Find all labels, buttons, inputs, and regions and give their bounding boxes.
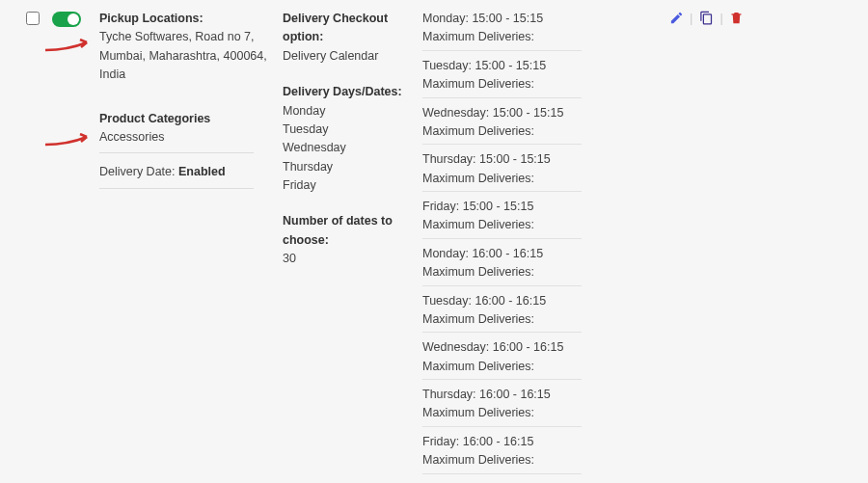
row-select-cell xyxy=(26,10,47,28)
pickup-locations-value: Tyche Softwares, Road no 7, Mumbai, Maha… xyxy=(99,28,283,84)
delivery-date-value: Enabled xyxy=(178,165,226,178)
max-deliveries-line: Maximum Deliveries: xyxy=(422,122,659,141)
delete-button[interactable] xyxy=(729,10,745,25)
timeslot-line: Thursday: 15:00 - 15:15 xyxy=(422,150,659,169)
row-actions: | | xyxy=(668,10,745,25)
max-deliveries-line: Maximum Deliveries: xyxy=(422,28,659,46)
divider xyxy=(422,426,582,427)
divider xyxy=(422,379,582,380)
column-pickup: Pickup Locations: Tyche Softwares, Road … xyxy=(99,10,283,199)
divider xyxy=(422,97,582,98)
divider xyxy=(422,285,582,286)
settings-row: Pickup Locations: Tyche Softwares, Road … xyxy=(0,0,868,483)
column-timeslots: Monday: 15:00 - 15:15Maximum Deliveries:… xyxy=(422,10,659,483)
arrow-annotation-icon xyxy=(43,39,96,52)
delivery-days-list: MondayTuesdayWednesdayThursdayFriday xyxy=(283,102,422,196)
max-deliveries-line: Maximum Deliveries: xyxy=(422,358,659,376)
divider xyxy=(422,332,582,333)
delivery-date-line: Delivery Date: Enabled xyxy=(99,163,283,181)
copy-button[interactable] xyxy=(698,10,714,25)
divider xyxy=(422,191,582,192)
edit-button[interactable] xyxy=(668,10,684,25)
delivery-checkout-option-label: Delivery Checkout option: xyxy=(283,10,422,47)
divider xyxy=(422,50,582,51)
action-divider: | xyxy=(690,11,692,25)
toggle-cell xyxy=(52,10,85,30)
timeslot-line: Thursday: 16:00 - 16:15 xyxy=(422,386,659,404)
product-categories-value: Accessories xyxy=(99,128,283,147)
delivery-day: Thursday xyxy=(283,158,422,176)
arrow-annotation-icon xyxy=(43,133,96,147)
pencil-icon xyxy=(669,11,684,25)
timeslot-line: Wednesday: 15:00 - 15:15 xyxy=(422,104,659,122)
timeslot-line: Friday: 16:00 - 16:15 xyxy=(422,433,659,451)
timeslot-line: Monday: 16:00 - 16:15 xyxy=(422,245,659,263)
divider xyxy=(422,238,582,239)
timeslot-line: Wednesday: 16:00 - 16:15 xyxy=(422,338,659,357)
divider xyxy=(99,188,254,189)
max-deliveries-line: Maximum Deliveries: xyxy=(422,170,659,188)
delivery-date-label: Delivery Date: xyxy=(99,165,176,178)
product-categories-label: Product Categories xyxy=(99,110,283,128)
max-deliveries-line: Maximum Deliveries: xyxy=(422,216,659,234)
timeslot-line: Friday: 15:00 - 15:15 xyxy=(422,198,659,216)
max-deliveries-line: Maximum Deliveries: xyxy=(422,310,659,329)
delivery-day: Wednesday xyxy=(283,139,422,157)
column-delivery-options: Delivery Checkout option: Delivery Calen… xyxy=(283,10,422,275)
divider xyxy=(422,473,582,474)
delivery-days-label: Delivery Days/Dates: xyxy=(283,83,422,101)
pickup-locations-label: Pickup Locations: xyxy=(99,10,283,28)
row-select-checkbox[interactable] xyxy=(26,12,40,25)
max-deliveries-line: Maximum Deliveries: xyxy=(422,75,659,94)
delivery-day: Monday xyxy=(283,102,422,121)
max-deliveries-line: Maximum Deliveries: xyxy=(422,263,659,282)
trash-icon xyxy=(729,11,744,25)
action-divider: | xyxy=(719,11,722,25)
timeslot-line: Monday: 15:00 - 15:15 xyxy=(422,10,659,28)
delivery-checkout-option-value: Delivery Calendar xyxy=(283,47,422,66)
divider xyxy=(99,152,254,153)
max-deliveries-line: Maximum Deliveries: xyxy=(422,451,659,470)
delivery-day: Tuesday xyxy=(283,121,422,139)
delivery-day: Friday xyxy=(283,176,422,195)
timeslot-line: Tuesday: 16:00 - 16:15 xyxy=(422,292,659,310)
num-dates-label: Number of dates to choose: xyxy=(283,212,422,250)
num-dates-value: 30 xyxy=(283,250,422,268)
enable-toggle[interactable] xyxy=(52,12,81,27)
copy-icon xyxy=(699,11,714,25)
divider xyxy=(422,144,582,145)
timeslot-line: Tuesday: 15:00 - 15:15 xyxy=(422,57,659,75)
max-deliveries-line: Maximum Deliveries: xyxy=(422,404,659,422)
